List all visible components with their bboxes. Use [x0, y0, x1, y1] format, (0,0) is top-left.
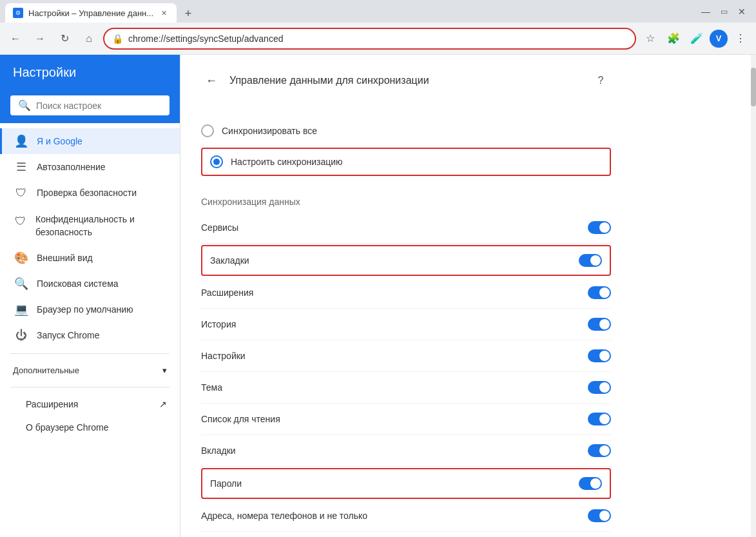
sidebar-advanced-section[interactable]: Дополнительные ▾ [0, 359, 180, 382]
sync-item-label: Настройки [201, 351, 246, 361]
sidebar-item-label: Браузер по умолчанию [37, 304, 133, 315]
sync-all-option[interactable]: Синхронизировать все [201, 117, 611, 145]
toggle-knob [599, 288, 610, 298]
sync-item-passwords: Пароли [201, 468, 611, 499]
sidebar-item-autofill[interactable]: ☰ Автозаполнение [0, 154, 180, 180]
sidebar-item-privacy[interactable]: 🛡 Конфиденциальность и безопасность [0, 206, 180, 245]
sidebar-item-appearance[interactable]: 🎨 Внешний вид [0, 245, 180, 271]
sidebar: Настройки 🔍 👤 Я и Google ☰ Автозаполнени… [0, 55, 180, 537]
main-layout: Настройки 🔍 👤 Я и Google ☰ Автозаполнени… [0, 55, 756, 537]
extensions-puzzle-button[interactable]: 🧩 [663, 28, 684, 49]
about-label: О браузере Chrome [26, 422, 109, 433]
reload-button[interactable]: ↻ [54, 28, 75, 49]
toggle-addresses[interactable] [588, 509, 611, 522]
active-tab[interactable]: ⚙ Настройки – Управление данн... ✕ [5, 3, 177, 23]
sync-item-settings: Настройки [201, 340, 611, 372]
sync-all-radio[interactable] [201, 124, 214, 137]
sync-item-themes: Тема [201, 372, 611, 404]
content-area: ← Управление данными для синхронизации ?… [180, 55, 751, 537]
help-button[interactable]: ? [590, 70, 611, 91]
sidebar-item-me-google[interactable]: 👤 Я и Google [0, 128, 180, 154]
toggle-apps[interactable] [588, 221, 611, 234]
tab-bar: ⚙ Настройки – Управление данн... ✕ + [5, 0, 197, 23]
browser-toolbar: ← → ↻ ⌂ 🔒 chrome://settings/syncSetup/ad… [0, 23, 756, 55]
sidebar-item-label: Проверка безопасности [37, 188, 137, 198]
toggle-knob [590, 255, 601, 266]
radio-inner-dot [213, 159, 220, 165]
minimize-button[interactable]: — [696, 6, 715, 17]
toggle-knob [590, 478, 601, 489]
sidebar-item-startup[interactable]: ⏻ Запуск Chrome [0, 322, 180, 348]
toggle-extensions[interactable] [588, 286, 611, 299]
toggle-passwords[interactable] [579, 477, 602, 490]
sync-item-label: Адреса, номера телефонов и не только [201, 511, 367, 521]
search-bar-area: 🔍 [0, 90, 180, 123]
shield-check-icon: 🛡 [15, 186, 28, 199]
sync-item-label: Вкладки [201, 445, 236, 456]
scrollbar[interactable] [751, 55, 756, 537]
tab-close-button[interactable]: ✕ [159, 8, 169, 18]
sync-section-title: Синхронизация данных [201, 191, 611, 207]
toggle-themes[interactable] [588, 381, 611, 394]
toggle-history[interactable] [588, 318, 611, 331]
sync-item-label: Расширения [201, 288, 253, 298]
external-link-icon: ↗ [159, 399, 167, 409]
browser-icon: 💻 [15, 303, 28, 316]
forward-nav-button[interactable]: → [30, 28, 50, 49]
configure-sync-radio[interactable] [210, 155, 223, 168]
toggle-readinglist[interactable] [588, 413, 611, 425]
sidebar-item-label: Запуск Chrome [37, 330, 99, 340]
sidebar-divider-2 [10, 387, 170, 387]
profile-button[interactable]: V [710, 30, 728, 48]
toggle-bookmarks[interactable] [579, 254, 602, 267]
sidebar-item-about[interactable]: О браузере Chrome [0, 416, 180, 439]
search-wrapper[interactable]: 🔍 [10, 95, 170, 115]
person-icon: 👤 [15, 135, 28, 148]
sidebar-item-extensions[interactable]: Расширения ↗ [0, 393, 180, 416]
scrollbar-thumb[interactable] [751, 68, 756, 106]
sync-options: Синхронизировать все Настроить синхрониз… [201, 117, 611, 176]
search-input[interactable] [36, 101, 162, 111]
privacy-shield-icon: 🛡 [15, 215, 26, 228]
chrome-labs-button[interactable]: 🧪 [686, 28, 707, 49]
configure-sync-label: Настроить синхронизацию [231, 157, 343, 167]
sidebar-item-security[interactable]: 🛡 Проверка безопасности [0, 180, 180, 206]
sync-all-label: Синхронизировать все [222, 126, 317, 136]
sidebar-item-label: Автозаполнение [37, 162, 106, 172]
maximize-button[interactable]: ▭ [715, 7, 733, 16]
sync-item-label: Сервисы [201, 222, 238, 233]
address-bar[interactable]: 🔒 chrome://settings/syncSetup/advanced [103, 28, 636, 50]
toggle-knob [599, 351, 610, 361]
back-nav-button[interactable]: ← [5, 28, 26, 49]
toggle-knob [599, 382, 610, 393]
sidebar-divider [10, 353, 170, 354]
toggle-settings[interactable] [588, 349, 611, 362]
page-title: Управление данными для синхронизации [229, 75, 429, 86]
tab-title: Настройки – Управление данн... [28, 8, 153, 18]
sidebar-item-label: Внешний вид [37, 253, 93, 263]
autofill-icon: ☰ [15, 161, 28, 173]
sidebar-title: Настройки [13, 65, 76, 79]
sidebar-item-label: Поисковая система [37, 278, 119, 289]
sync-item-history: История [201, 309, 611, 340]
toggle-knob [599, 414, 610, 424]
close-button[interactable]: ✕ [733, 6, 751, 17]
new-tab-button[interactable]: + [179, 5, 197, 23]
search-engine-icon: 🔍 [15, 277, 28, 290]
address-text: chrome://settings/syncSetup/advanced [128, 34, 627, 44]
toggle-knob [599, 511, 610, 521]
sync-item-label: Тема [201, 382, 222, 393]
configure-sync-option[interactable]: Настроить синхронизацию [201, 148, 611, 176]
home-button[interactable]: ⌂ [79, 28, 99, 49]
sync-item-label: История [201, 319, 236, 329]
bookmark-star-button[interactable]: ☆ [640, 28, 661, 49]
back-button[interactable]: ← [201, 70, 222, 91]
sync-item-label: Закладки [210, 255, 249, 266]
sidebar-item-search[interactable]: 🔍 Поисковая система [0, 271, 180, 297]
search-icon: 🔍 [18, 99, 31, 112]
toolbar-icons: ☆ 🧩 🧪 V ⋮ [640, 28, 751, 49]
menu-button[interactable]: ⋮ [730, 28, 751, 49]
sidebar-item-default-browser[interactable]: 💻 Браузер по умолчанию [0, 297, 180, 322]
toggle-tabs[interactable] [588, 444, 611, 457]
extensions-label: Расширения [26, 399, 78, 409]
